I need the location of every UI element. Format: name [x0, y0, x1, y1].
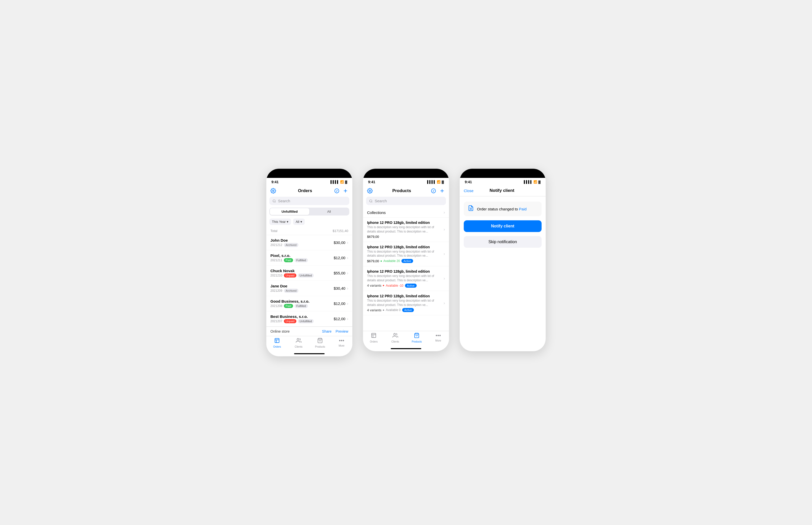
product-desc-3: This is description very long descriptio…: [367, 299, 441, 307]
status-icons-2: ▌▌▌▌ 📶 ▓: [427, 180, 444, 184]
notify-client-button[interactable]: Notify client: [464, 220, 541, 232]
badge-unpaid-5: Unpaid: [284, 319, 296, 323]
phone-notify: 9:41 ▌▌▌▌ 📶 ▓ Close Notify client: [460, 168, 546, 351]
chevron-icon-4: ›: [347, 301, 348, 306]
order-amount-2: $55,00: [334, 271, 346, 275]
product-desc-1: This is description very long descriptio…: [367, 250, 441, 258]
add-order-button[interactable]: [343, 188, 348, 194]
wifi-icon-3: 📶: [534, 180, 537, 184]
wifi-icon: 📶: [340, 180, 344, 184]
svg-rect-6: [275, 339, 279, 343]
product-item-2[interactable]: Iphone 12 PRO 128gb, limited edition Thi…: [363, 266, 449, 291]
dot-available-3: [383, 310, 384, 311]
share-link[interactable]: Share: [322, 329, 332, 333]
tab-label-more-2: More: [435, 339, 441, 342]
tab-products-1[interactable]: Products: [309, 338, 331, 348]
orders-search-text: Search: [278, 199, 290, 203]
available-text-3: Available 0: [386, 308, 401, 312]
order-id-2: 2021210: [271, 274, 282, 277]
products-tab-icon-2: [414, 333, 420, 340]
order-item-good-business[interactable]: Good Business, s.r.o. 2021208 Paid Fulfi…: [266, 296, 352, 311]
signal-icon-3: ▌▌▌▌: [524, 180, 533, 184]
order-item-john-doe[interactable]: John Doe 2021212 Archived $30,00 ›: [266, 235, 352, 250]
order-item-jane[interactable]: Jane Doe 2021209 Archived $30,40 ›: [266, 281, 352, 296]
collections-row[interactable]: Collections ›: [363, 208, 449, 217]
add-product-button[interactable]: [439, 188, 445, 194]
order-amount-3: $30,40: [334, 286, 346, 290]
status-filter[interactable]: All ▾: [293, 219, 304, 225]
product-item-1[interactable]: Iphone 12 PRO 128gb, limited edition Thi…: [363, 242, 449, 267]
tab-orders[interactable]: Orders: [266, 338, 288, 348]
product-price-1: $679,00: [367, 259, 379, 263]
product-item-0[interactable]: Iphone 12 PRO 128gb, limited edition Thi…: [363, 217, 449, 242]
tab-label-products-1: Products: [315, 345, 325, 348]
svg-point-15: [369, 199, 372, 202]
gear-button[interactable]: [271, 188, 276, 194]
total-label: Total: [271, 229, 277, 233]
check-circle-button-2[interactable]: [431, 188, 436, 194]
tab-label-more-1: More: [338, 344, 345, 347]
year-filter[interactable]: This Year ▾: [270, 219, 291, 225]
search-icon-2: [369, 199, 373, 203]
order-item-chuck[interactable]: Chuck Novak 2021210 Unpaid Unfulfilled $…: [266, 266, 352, 281]
products-tab-icon-1: [317, 338, 323, 345]
skip-notification-button[interactable]: Skip notification: [464, 236, 541, 248]
active-badge-1: Active: [402, 259, 413, 263]
tab-clients-2[interactable]: Clients: [385, 333, 406, 343]
products-title: Products: [392, 188, 411, 193]
products-list: Collections › Iphone 12 PRO 128gb, limit…: [363, 208, 449, 331]
badge-unfulfilled-2: Unfulfilled: [298, 273, 314, 278]
svg-point-11: [369, 190, 371, 192]
search-icon-1: [273, 199, 276, 203]
online-store-bar: Online store Share Preview: [266, 327, 352, 336]
order-item-best-business[interactable]: Best Business, s.r.o. 2021207 Unpaid Unf…: [266, 311, 352, 327]
order-meta-5: 2021207 Unpaid Unfulfilled: [271, 319, 334, 323]
check-circle-button[interactable]: [334, 188, 339, 194]
tab-more-1[interactable]: ••• More: [331, 338, 352, 348]
products-header: Products: [363, 185, 449, 197]
products-search-bar[interactable]: Search: [366, 197, 446, 205]
tab-more-2[interactable]: ••• More: [427, 333, 449, 343]
badge-unpaid-2: Unpaid: [284, 273, 296, 278]
order-item-pixel[interactable]: Pixel, s.r.o. 2021211 Paid Fulfilled $12…: [266, 250, 352, 266]
total-value: $17151,40: [333, 229, 348, 233]
online-store-actions: Share Preview: [322, 329, 348, 333]
svg-rect-17: [372, 333, 376, 338]
available-text-1: Available 20: [383, 259, 400, 263]
order-id-0: 2021212: [271, 243, 282, 247]
clients-tab-icon-2: [392, 333, 398, 340]
svg-line-5: [275, 201, 276, 202]
active-badge-3: Active: [402, 308, 414, 312]
tab-products-2[interactable]: Products: [406, 333, 427, 343]
orders-list: Total $17151,40 John Doe 2021212 Archive…: [266, 227, 352, 327]
dot-available-2: [383, 285, 384, 286]
svg-point-4: [273, 199, 275, 202]
tab-unfulfilled[interactable]: Unfulfilled: [270, 208, 309, 215]
dot-available-1: [380, 260, 382, 262]
status-bar-3: 9:41 ▌▌▌▌ 📶 ▓: [460, 178, 546, 185]
order-filter-tabs: Unfulfilled All: [270, 208, 349, 215]
gear-button-2[interactable]: [367, 188, 373, 194]
order-amount-1: $12,00: [334, 256, 346, 260]
product-item-3[interactable]: Iphone 12 PRO 128gb, limited edition Thi…: [363, 291, 449, 316]
products-search-text: Search: [375, 199, 387, 203]
chevron-icon-2: ›: [347, 271, 348, 275]
orders-search-bar[interactable]: Search: [270, 197, 349, 205]
status-icons-1: ▌▌▌▌ 📶 ▓: [331, 180, 347, 184]
tab-clients-1[interactable]: Clients: [288, 338, 309, 348]
close-button[interactable]: Close: [464, 189, 474, 193]
tab-all[interactable]: All: [309, 208, 349, 215]
tab-orders-2[interactable]: Orders: [363, 333, 385, 343]
notify-header: Close Notify client: [460, 185, 546, 196]
order-name-5: Best Business, s.r.o.: [271, 314, 334, 319]
notify-paid-status: Paid: [519, 207, 526, 211]
badge-fulfilled-4: Fulfilled: [294, 304, 308, 308]
product-name-0: Iphone 12 PRO 128gb, limited edition: [367, 221, 441, 225]
order-name-3: Jane Doe: [271, 284, 334, 288]
badge-archived-0: Archived: [284, 243, 299, 247]
product-price-0: $679,00: [367, 235, 441, 239]
active-badge-2: Active: [405, 284, 417, 288]
order-meta-2: 2021210 Unpaid Unfulfilled: [271, 273, 334, 278]
preview-link[interactable]: Preview: [335, 329, 348, 333]
status-bar-1: 9:41 ▌▌▌▌ 📶 ▓: [266, 178, 352, 185]
